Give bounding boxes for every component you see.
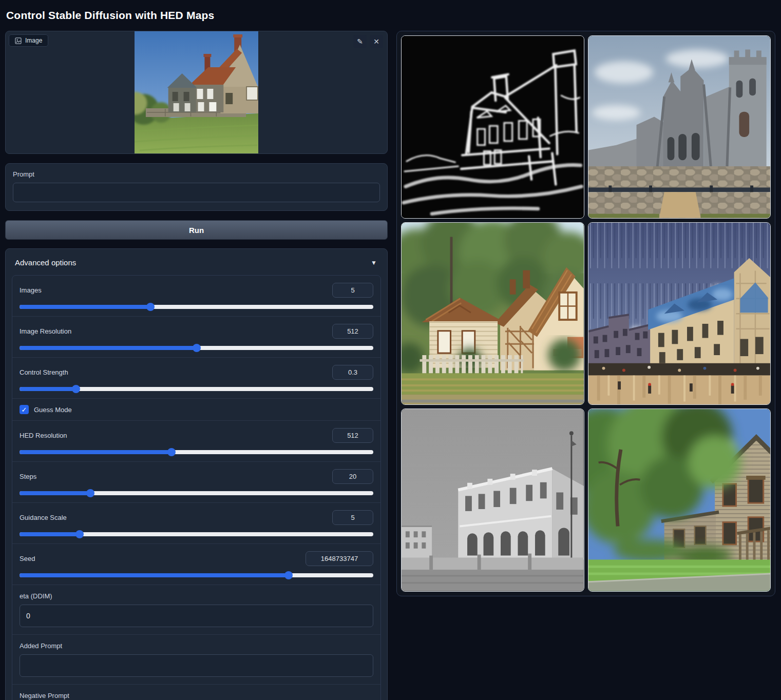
eta-input[interactable] [20, 605, 373, 627]
control-strength-value-input[interactable]: 0.3 [332, 365, 373, 380]
guess-mode-checkbox[interactable]: ✓ [20, 405, 29, 414]
gallery-item-hed-map[interactable] [401, 35, 584, 219]
image-upload-panel[interactable]: Image ✎ ✕ [5, 31, 388, 154]
chevron-down-icon: ▼ [371, 259, 377, 266]
hed-resolution-slider-label: HED Resolution [20, 432, 67, 439]
guidance-scale-slider[interactable] [20, 532, 373, 536]
image-icon [15, 37, 22, 44]
check-icon: ✓ [22, 406, 27, 414]
steps-slider-label: Steps [20, 473, 36, 480]
slider-row-images: Images 5 [12, 276, 380, 316]
run-button[interactable]: Run [5, 220, 388, 240]
image-resolution-slider-label: Image Resolution [20, 327, 71, 335]
slider-row-steps: Steps 20 [12, 461, 380, 502]
wooden-house-image [588, 409, 771, 591]
hed-resolution-value-input[interactable]: 512 [332, 428, 373, 443]
steps-value-input[interactable]: 20 [332, 469, 373, 484]
added-prompt-label: Added Prompt [20, 642, 373, 650]
eta-row: eta (DDIM) [12, 585, 380, 634]
image-tab[interactable]: Image [9, 34, 48, 47]
prompt-panel: Prompt [5, 163, 388, 211]
seed-value-input[interactable]: 1648733747 [306, 551, 373, 566]
eta-label: eta (DDIM) [20, 592, 373, 600]
guess-mode-row: ✓ Guess Mode [12, 398, 380, 420]
gallery-item-cottage-painting[interactable] [401, 222, 584, 405]
advanced-options-panel: Advanced options ▼ Images 5 Image Resolu… [5, 248, 388, 700]
control-strength-slider[interactable] [20, 387, 373, 391]
seed-slider[interactable] [20, 573, 373, 577]
prompt-input[interactable] [13, 183, 380, 202]
images-value-input[interactable]: 5 [332, 283, 373, 298]
gallery-item-grayscale-photo[interactable] [401, 409, 584, 592]
close-icon: ✕ [373, 37, 379, 46]
grayscale-building-image [402, 409, 584, 591]
image-tab-label: Image [25, 37, 42, 44]
hed-edge-map-image [402, 36, 584, 218]
advanced-options-group: Images 5 Image Resolution 512 [12, 275, 381, 700]
gallery-item-impressionist[interactable] [588, 222, 771, 405]
advanced-options-title: Advanced options [15, 258, 76, 267]
slider-row-hed-resolution: HED Resolution 512 [12, 420, 380, 461]
negative-prompt-row: Negative Prompt [12, 684, 380, 700]
advanced-options-header[interactable]: Advanced options ▼ [12, 255, 381, 268]
prompt-label: Prompt [13, 170, 380, 178]
impressionist-image [588, 223, 771, 405]
image-resolution-slider[interactable] [20, 346, 373, 350]
images-slider-label: Images [20, 286, 42, 294]
pencil-icon: ✎ [357, 37, 363, 46]
uploaded-house-photo [135, 31, 258, 153]
slider-row-control-strength: Control Strength 0.3 [12, 357, 380, 398]
control-strength-slider-label: Control Strength [20, 368, 68, 376]
added-prompt-input[interactable] [20, 654, 373, 677]
gallery-item-wooden-house[interactable] [588, 409, 771, 592]
slider-row-image-resolution: Image Resolution 512 [12, 316, 380, 357]
images-slider[interactable] [20, 305, 373, 309]
guess-mode-label: Guess Mode [34, 406, 72, 414]
image-resolution-value-input[interactable]: 512 [332, 324, 373, 339]
cottage-painting-image [402, 223, 584, 405]
guidance-scale-slider-label: Guidance Scale [20, 514, 67, 521]
slider-row-seed: Seed 1648733747 [12, 543, 380, 585]
edit-image-button[interactable]: ✎ [353, 35, 367, 48]
gallery-item-cathedral[interactable] [588, 35, 771, 219]
app-page: Control Stable Diffusion with HED Maps I… [0, 0, 781, 700]
clear-image-button[interactable]: ✕ [370, 35, 383, 48]
uploaded-image[interactable] [6, 31, 387, 153]
cathedral-image [588, 36, 771, 218]
guidance-scale-value-input[interactable]: 5 [332, 510, 373, 525]
negative-prompt-label: Negative Prompt [20, 692, 373, 699]
slider-row-guidance-scale: Guidance Scale 5 [12, 502, 380, 543]
output-gallery [396, 31, 775, 596]
seed-slider-label: Seed [20, 555, 35, 562]
page-title: Control Stable Diffusion with HED Maps [6, 9, 775, 22]
hed-resolution-slider[interactable] [20, 450, 373, 454]
added-prompt-row: Added Prompt [12, 634, 380, 684]
steps-slider[interactable] [20, 491, 373, 495]
